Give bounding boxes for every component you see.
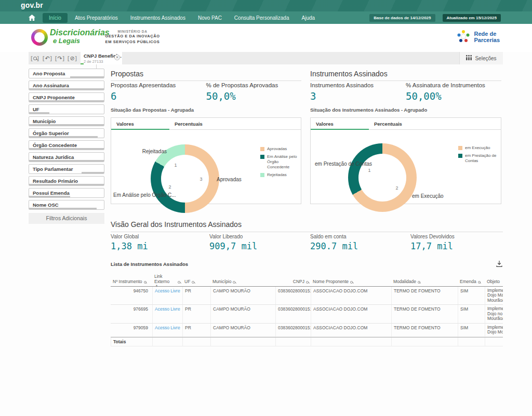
step-back-icon[interactable]: [↶] xyxy=(41,52,54,64)
propostas-kpis: Propostas Apresentadas 6 % de Propostas … xyxy=(111,82,301,102)
kpi-label: Valor Liberado xyxy=(209,234,257,239)
cell-cnpj[interactable]: 03836028000151 xyxy=(275,324,311,337)
legend-item-em-prestacao-de-contas[interactable]: em Prestação de Contas xyxy=(458,153,501,164)
home-icon[interactable] xyxy=(29,15,35,21)
nav-item-inicio[interactable]: Início xyxy=(43,13,68,23)
nav-item-consulta-personalizada[interactable]: Consulta Personalizada xyxy=(229,13,295,23)
cell-objeto[interactable]: ImplementaDojo Mais EMourão/PR xyxy=(485,287,503,305)
column-search-icon[interactable] xyxy=(178,281,180,284)
selections-button[interactable]: Seleções xyxy=(459,52,503,64)
cell-cnpj[interactable]: 03836028000151 xyxy=(275,287,311,305)
column-header-uf[interactable]: UF xyxy=(182,278,210,286)
cell-uf[interactable]: PR xyxy=(182,324,210,337)
cell-objeto[interactable]: ImplementaDojo no EspMourão/PR xyxy=(485,305,503,323)
column-search-icon[interactable] xyxy=(306,281,309,284)
filter-cnpj-proponente[interactable]: CNPJ Proponente xyxy=(29,92,104,102)
filter-orgao-concedente[interactable]: Órgão Concedente xyxy=(29,140,104,150)
cell-objeto[interactable]: ImplementaDojo Movim xyxy=(485,324,503,337)
tab-percentuais[interactable]: Percentuais xyxy=(369,118,427,129)
kpi-valor-global: Valor Global 1,38 mi xyxy=(111,234,148,251)
instrumentos-donut-chart[interactable] xyxy=(348,143,417,212)
column-search-icon[interactable] xyxy=(233,281,235,284)
column-search-icon[interactable] xyxy=(350,281,353,284)
kpi-label: % Assinatura de Instrumentos xyxy=(406,82,501,88)
propostas-section-title: Propostas xyxy=(111,70,301,81)
filter-nome-osc[interactable]: Nome OSC xyxy=(29,200,104,210)
column-label: Emenda xyxy=(460,279,476,285)
cell-emenda[interactable]: SIM xyxy=(458,324,485,337)
table-row: 979059Acesso LivrePRCAMPO MOURÃO03836028… xyxy=(111,324,503,337)
clear-selections-icon[interactable]: [⊘] xyxy=(66,52,78,64)
legend-item-rejeitadas[interactable]: Rejeitadas xyxy=(260,172,301,178)
discricionarias-logo-icon xyxy=(31,29,48,46)
nav-item-atos-preparatorios[interactable]: Atos Preparatórios xyxy=(70,13,123,23)
topbar: gov.br xyxy=(0,0,532,11)
cell-link-externo[interactable]: Acesso Livre xyxy=(152,305,182,323)
legend-label: Rejeitadas xyxy=(267,172,287,178)
propostas-donut-chart[interactable] xyxy=(151,144,219,213)
column-header-objeto[interactable]: Objeto xyxy=(485,278,503,286)
tab-valores[interactable]: Valores xyxy=(111,118,169,129)
cell-nome-proponente[interactable]: ASSOCIACAO DOJO.COM xyxy=(311,287,391,305)
cell-modalidade[interactable]: TERMO DE FOMENTO xyxy=(391,305,458,323)
selection-chip-cnpj-beneficiario[interactable]: CNPJ Benefici... 2 de 27133 ✕ xyxy=(81,52,122,64)
column-header-nome-proponente[interactable]: Nome Proponente xyxy=(311,278,391,286)
cell-municipio[interactable]: CAMPO MOURÃO xyxy=(210,287,275,305)
column-header-municipio[interactable]: Município xyxy=(210,278,275,286)
legend-item-aprovadas[interactable]: Aprovadas xyxy=(260,146,301,152)
cell-emenda[interactable]: SIM xyxy=(458,305,485,323)
cell-modalidade[interactable]: TERMO DE FOMENTO xyxy=(391,324,458,337)
cell-municipio[interactable]: CAMPO MOURÃO xyxy=(210,324,275,337)
filter-orgao-superior[interactable]: Órgão Superior xyxy=(29,128,104,138)
column-header-emenda[interactable]: Emenda xyxy=(458,278,485,286)
cell-municipio[interactable]: CAMPO MOURÃO xyxy=(210,305,275,323)
cell-nome-proponente[interactable]: ASSOCIACAO DOJO.COM xyxy=(311,305,391,323)
column-search-icon[interactable] xyxy=(192,281,194,284)
cell-modalidade[interactable]: TERMO DE FOMENTO xyxy=(391,287,458,305)
cell-n-instrumento[interactable]: 979059 xyxy=(111,324,152,337)
step-forward-icon[interactable]: [↷] xyxy=(54,52,66,64)
filter-natureza-juridica[interactable]: Natureza Jurídica xyxy=(29,152,104,162)
cell-uf[interactable]: PR xyxy=(182,287,210,305)
filter-scrollbar xyxy=(29,148,104,150)
chip-selection-bar xyxy=(81,63,84,64)
filter-municipio[interactable]: Município xyxy=(29,116,104,126)
filter-possui-emenda[interactable]: Possui Emenda xyxy=(29,188,104,198)
cell-n-instrumento[interactable]: 946750 xyxy=(111,287,152,305)
column-header-modalidade[interactable]: Modalidade xyxy=(391,278,458,286)
instrumentos-section-title: Instrumentos Assinados xyxy=(310,70,501,81)
cell-uf[interactable]: PR xyxy=(182,305,210,323)
cell-nome-proponente[interactable]: ASSOCIACAO DOJO.COM xyxy=(311,324,391,337)
cell-emenda[interactable]: SIM xyxy=(458,287,485,305)
filter-resultado-primario[interactable]: Resultado Primário xyxy=(29,176,104,186)
column-label: Modalidade xyxy=(393,279,416,285)
filter-ano-proposta[interactable]: Ano Proposta xyxy=(29,69,104,78)
chip-close-icon[interactable]: ✕ xyxy=(114,55,120,60)
filter-uf[interactable]: UF xyxy=(29,104,104,114)
download-icon[interactable] xyxy=(496,260,503,270)
cell-link-externo[interactable]: Acesso Livre xyxy=(152,287,182,305)
kpi-label: Propostas Apresentadas xyxy=(111,82,206,88)
legend-item-em-execucao[interactable]: em Execução xyxy=(458,145,501,151)
column-header-n-instrumento[interactable]: Nº Instrumento xyxy=(111,278,152,286)
nav-item-ajuda[interactable]: Ajuda xyxy=(296,13,320,23)
nav-item-novo-pac[interactable]: Novo PAC xyxy=(193,13,227,23)
column-search-icon[interactable] xyxy=(144,281,147,284)
sort-ascending-icon[interactable]: ▲ xyxy=(155,284,158,287)
tab-percentuais[interactable]: Percentuais xyxy=(169,118,228,129)
cell-n-instrumento[interactable]: 976695 xyxy=(111,305,152,323)
column-search-icon[interactable] xyxy=(418,281,420,284)
filter-tipo-parlamentar[interactable]: Tipo Parlamentar xyxy=(29,164,104,174)
additional-filters-button[interactable]: Filtros Adicionais xyxy=(29,213,104,224)
filter-ano-assinatura[interactable]: Ano Assinatura xyxy=(29,80,104,90)
kpi-label: Saldo em conta xyxy=(310,234,358,239)
legend-item-em-analise-pelo-orgao-concedente[interactable]: Em Análise pelo ÓrgãoConcedente xyxy=(260,154,301,170)
column-header-link-externo[interactable]: Link Externo▲ xyxy=(152,273,182,286)
cell-link-externo[interactable]: Acesso Livre xyxy=(152,324,182,337)
smart-search-icon[interactable]: [] xyxy=(29,52,41,64)
column-header-cnpj[interactable]: CNPJ xyxy=(275,278,311,286)
cell-cnpj[interactable]: 03836028000151 xyxy=(275,305,311,323)
nav-item-instrumentos-assinados[interactable]: Instrumentos Assinados xyxy=(125,13,191,23)
column-search-icon[interactable] xyxy=(478,281,481,284)
tab-valores[interactable]: Valores xyxy=(311,118,369,129)
